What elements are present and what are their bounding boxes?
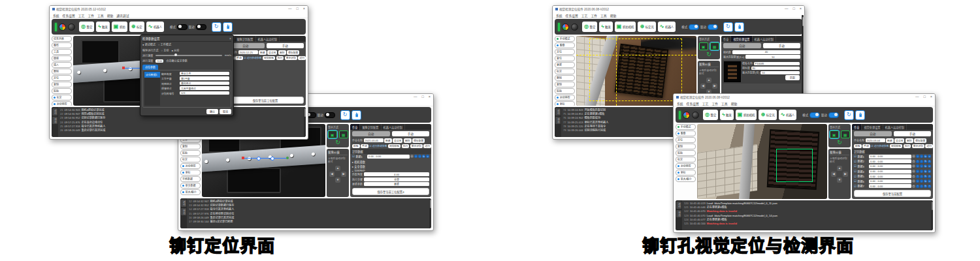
card-field-value[interactable]: 10 [760,71,800,74]
bolt-tool-button[interactable]: ϟ触发 [96,22,110,32]
hand-icon[interactable] [855,110,865,120]
point-list-item[interactable]: 点位数据1 [144,72,160,78]
cal-tool-button[interactable]: ⊕标定 [129,22,144,32]
log-tab[interactable]: 运行 [181,200,186,207]
tab-1[interactable]: 图像识别配置 [360,124,381,130]
action-button[interactable]: 运行 [925,144,933,149]
row-icon-button[interactable]: ↓ [920,179,923,183]
log-tab[interactable]: 日志 [181,208,186,215]
result-view-button[interactable]: ▦ [710,42,719,50]
menu-item[interactable]: 工具 [97,13,104,18]
jog-down-button[interactable]: ▼ [837,177,842,183]
menu-item[interactable]: 工件 [711,101,718,106]
sidebar-item[interactable]: 圆弧 [52,55,72,61]
data-row-value[interactable]: 0.00 - 0.00 [869,170,911,174]
sidebar-item[interactable]: 标定 [180,157,201,162]
job-action-button[interactable]: 重命名 [267,50,277,55]
toggle-switch[interactable] [196,24,206,30]
sidebar-item[interactable]: 粘贴 [180,150,201,156]
tab-1[interactable]: 视觉处理设置 [731,36,752,42]
sidebar-item[interactable]: 坐标 [676,170,696,176]
kv-value[interactable]: 全部 [364,177,429,181]
toggle-switch[interactable] [325,112,335,118]
action-button[interactable]: 执行 [904,144,911,149]
hand-icon[interactable] [734,22,744,32]
dialog-field-select[interactable]: 工具平面组合 [180,86,229,90]
sidebar-item[interactable]: 定位 [52,75,72,81]
menu-item[interactable]: 工艺 [702,101,709,106]
sidebar-item[interactable]: 更新 [555,62,575,68]
jog-left-button[interactable]: ◀ [329,172,335,177]
data-row-value[interactable]: 0.00 - 0.00 [869,159,911,163]
tab-0[interactable]: 作业 [721,36,731,42]
window-titlebar[interactable]: 视觉检测定位软件 2020.06.08-V2012 — □ × [553,6,804,12]
action-button[interactable]: 执行 [276,56,284,61]
row-icon-button[interactable]: ○ [426,155,429,158]
mode-button[interactable]: 手动 [894,131,932,136]
sidebar-item[interactable]: 删除 [52,69,72,74]
row-icon-button[interactable]: ○ [928,164,931,168]
sidebar-item[interactable]: 工具 [52,49,72,55]
robot-tool-button[interactable]: ∿机器人 [658,22,676,32]
minimize-button[interactable]: — [915,95,919,99]
job-name-input[interactable]: 2021-03-05 [364,138,384,142]
action-button[interactable]: 视觉模板 [388,144,400,149]
row-icon-button[interactable]: ↻ [422,155,425,158]
jog-up-button[interactable]: ▲ [706,78,711,83]
row-icon-button[interactable]: ↑ [916,179,919,183]
cal-tool-button[interactable]: ⊕标定光 [759,110,776,120]
sidebar-item[interactable]: 插入 [52,62,72,68]
menu-item[interactable]: 工艺 [78,13,85,18]
job-action-button[interactable]: 重命名 [894,138,904,143]
color-sphere-icon[interactable] [683,112,690,119]
maximize-button[interactable]: □ [923,95,925,99]
tab-2[interactable]: 机器人运动控制 [883,124,907,130]
row-icon-button[interactable]: − [410,155,414,158]
card-field-value[interactable]: P10046 [754,62,800,65]
maximize-button[interactable]: □ [421,95,423,99]
toggle-switch[interactable] [689,24,699,30]
image-view-button[interactable]: ▣ [699,42,708,50]
correction-checkbox-label[interactable]: 上电后自动识别模式 [830,157,849,163]
row-icon-button[interactable]: ↑ [916,185,919,188]
bolt-tool-button[interactable]: ϟ触发 [599,22,613,32]
refresh-icon[interactable]: ↻ [723,22,733,32]
row-icon-button[interactable]: ↻ [924,155,927,158]
mode-button[interactable]: 自动 [854,131,892,136]
jog-up-button[interactable]: ▲ [335,166,340,171]
sidebar-item[interactable]: 复制 [52,82,72,87]
dialog-field-select[interactable]: 第1平面 [180,76,229,80]
mode-button[interactable]: 手动 [267,43,304,48]
row-checkbox[interactable]: ☑ [854,164,857,168]
correction-checkbox-label[interactable]: 上电后自动识别模式 [328,157,348,163]
save-config-button[interactable]: 保存至当前配置 [854,190,931,197]
kv-value[interactable]: 更新 [364,182,429,186]
row-icon-button[interactable]: ↓ [920,155,923,158]
row-icon-button[interactable]: − [912,175,915,178]
dialog-field-select[interactable]: 123 [180,91,229,95]
refresh-icon[interactable]: ↻ [844,110,854,120]
image-view-button[interactable]: ▣ [328,130,337,138]
dark-sphere-icon[interactable] [68,23,75,31]
sidebar-item[interactable]: 粘贴 [555,88,575,94]
menu-item[interactable]: 通讯调试 [116,13,129,18]
cam-tool-button[interactable]: ▣抓拍相机 [615,22,636,32]
jog-right-button[interactable]: ▶ [341,172,346,177]
sidebar-item[interactable]: 图像 [676,130,696,136]
menu-item[interactable]: 帮助 [107,13,114,18]
log-tab[interactable]: 日志 [52,117,57,124]
menu-item[interactable]: 工具 [600,13,607,18]
action-button[interactable]: 单步识别 [285,56,297,61]
sidebar-item[interactable]: 删除 [555,75,575,81]
hand-icon[interactable] [223,22,233,32]
row-checkbox[interactable]: ☑ [352,155,355,158]
row-icon-button[interactable]: ↻ [924,160,927,163]
menu-item[interactable]: 工艺 [581,13,588,18]
row-icon-button[interactable]: ↻ [924,179,927,183]
refresh-icon[interactable]: ↻ [212,22,221,32]
row-icon-button[interactable]: ↓ [920,164,923,168]
menu-item[interactable]: 工件 [88,13,94,18]
row-icon-button[interactable]: ↓ [920,185,923,188]
dialog-close-icon[interactable]: × [229,37,231,40]
action-small-button[interactable]: 手动 [361,144,368,149]
